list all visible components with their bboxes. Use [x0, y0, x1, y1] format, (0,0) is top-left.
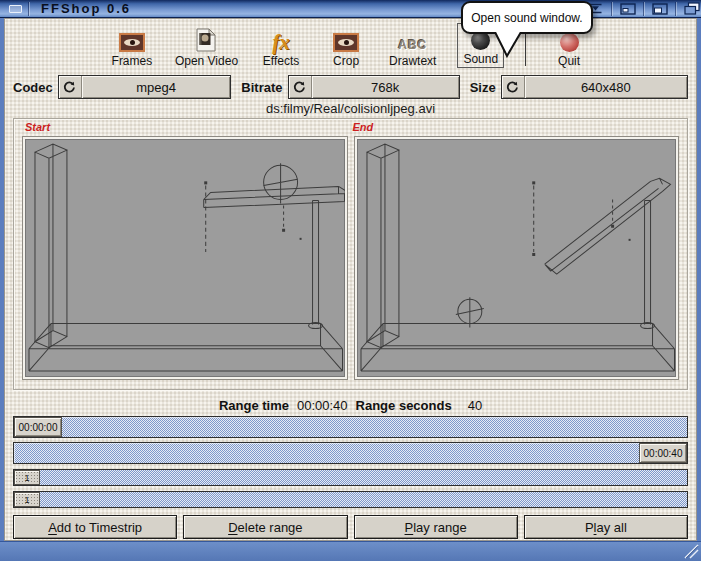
start-wireframe — [25, 139, 345, 377]
delete-range-button[interactable]: Delete range — [183, 515, 347, 539]
codec-label: Codec — [13, 80, 53, 95]
range-seconds-value: 40 — [468, 398, 482, 413]
play-range-button[interactable]: Play range — [354, 515, 518, 539]
action-buttons: Add to Timestrip Delete range Play range… — [13, 515, 688, 539]
codec-cycle[interactable]: mpeg4 — [58, 75, 232, 99]
depth-gadget-icon[interactable] — [682, 0, 701, 17]
open-video-icon — [195, 28, 217, 52]
toolbar-label: Quit — [558, 54, 580, 68]
bitrate-label: Bitrate — [241, 80, 282, 95]
codec-value: mpeg4 — [82, 76, 231, 98]
timestrip-2-knob[interactable]: 1 — [14, 492, 40, 507]
zoom-gadget-icon[interactable] — [618, 0, 637, 17]
cycle-arrow-icon[interactable] — [502, 76, 525, 98]
start-preview-panel — [23, 137, 347, 379]
titlebar-divider — [28, 2, 29, 16]
size-cycle[interactable]: 640x480 — [501, 75, 688, 99]
settings-row: Codec mpeg4 Bitrate 768k Size — [13, 75, 688, 99]
ffshop-window: FFShop 0.6 — [0, 0, 701, 561]
window-content: Frames Open Video fx Effects — [4, 18, 697, 541]
range-end-knob[interactable]: 00:00:40 — [639, 443, 687, 463]
bitrate-setting: Bitrate 768k — [241, 75, 459, 99]
titlebar[interactable]: FFShop 0.6 — [0, 0, 701, 18]
size-label: Size — [470, 80, 496, 95]
end-preview-panel — [355, 137, 679, 379]
toolbar-item-drawtext[interactable]: ABC Drawtext — [389, 28, 436, 68]
range-time-value: 00:00:40 — [297, 398, 348, 413]
file-path: ds:filmy/Real/colisionljpeg.avi — [5, 102, 696, 116]
range-seconds-label: Range seconds — [356, 398, 452, 413]
range-time-label: Range time — [219, 398, 289, 413]
toolbar-item-open-video[interactable]: Open Video — [175, 28, 238, 68]
toolbar-item-effects[interactable]: fx Effects — [259, 28, 303, 68]
play-all-button[interactable]: Play all — [524, 515, 688, 539]
close-gadget-icon[interactable] — [9, 5, 22, 13]
tooltip-tail — [492, 32, 524, 58]
timestrip-row-1[interactable]: 1 — [13, 469, 688, 486]
toolbar-label: Crop — [333, 54, 359, 68]
range-start-knob[interactable]: 00:00:00 — [14, 417, 62, 437]
timestrip-row-2[interactable]: 1 — [13, 491, 688, 508]
window-bottom-border — [0, 541, 701, 561]
range-start-slider[interactable]: 00:00:00 — [13, 416, 688, 438]
frames-picture-icon — [119, 28, 145, 52]
start-label: Start — [23, 121, 351, 137]
range-end-slider[interactable]: 00:00:40 — [13, 442, 688, 464]
bitrate-cycle[interactable]: 768k — [288, 75, 460, 99]
bitrate-value: 768k — [312, 76, 459, 98]
toolbar-item-quit[interactable]: Quit — [547, 28, 591, 68]
toolbar-label: Effects — [263, 54, 299, 68]
toolbar-item-crop[interactable]: Crop — [324, 28, 368, 68]
toolbar-item-frames[interactable]: Frames — [110, 28, 154, 68]
toolbar-label: Drawtext — [389, 54, 436, 68]
tooltip-text: Open sound window. — [471, 11, 582, 25]
resize-handle-icon[interactable] — [684, 544, 699, 559]
fx-icon: fx — [272, 28, 290, 52]
cycle-arrow-icon[interactable] — [59, 76, 82, 98]
end-wireframe — [357, 139, 677, 377]
tooltip-bubble: Open sound window. — [461, 1, 593, 34]
toolbar-label: Frames — [112, 54, 153, 68]
preview-group: Start End — [13, 118, 688, 390]
add-to-timestrip-button[interactable]: Add to Timestrip — [13, 515, 177, 539]
cycle-arrow-icon[interactable] — [289, 76, 312, 98]
window-title: FFShop 0.6 — [41, 1, 131, 16]
codec-setting: Codec mpeg4 — [13, 75, 231, 99]
crop-picture-icon — [333, 28, 359, 52]
range-info: Range time00:00:40Range seconds40 — [5, 398, 696, 413]
timestrip-1-knob[interactable]: 1 — [14, 470, 40, 485]
snapshot-gadget-icon[interactable] — [650, 0, 669, 17]
size-setting: Size 640x480 — [470, 75, 688, 99]
size-value: 640x480 — [525, 76, 687, 98]
end-label: End — [351, 121, 679, 137]
toolbar-label: Open Video — [175, 54, 238, 68]
abc-text-icon: ABC — [398, 28, 427, 52]
